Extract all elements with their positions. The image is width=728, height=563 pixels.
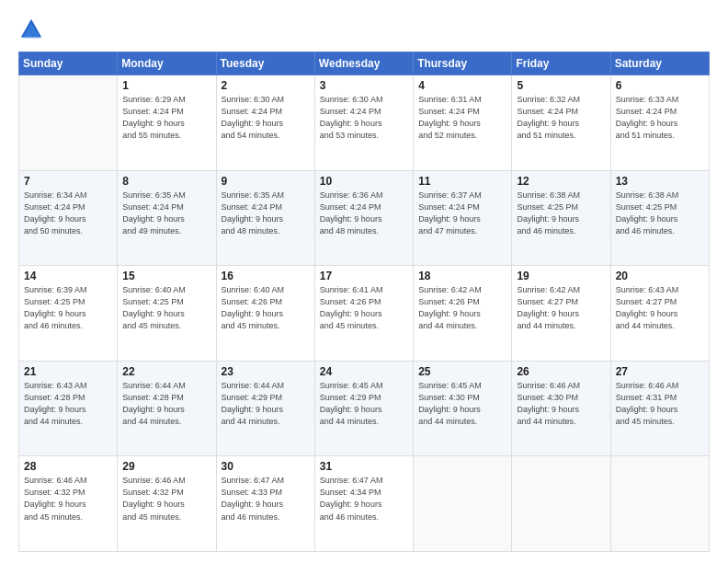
day-number: 16 bbox=[222, 270, 310, 282]
day-info: Sunrise: 6:35 AMSunset: 4:24 PMDaylight:… bbox=[222, 190, 310, 237]
day-header-monday: Monday bbox=[118, 52, 216, 75]
calendar-cell: 9Sunrise: 6:35 AMSunset: 4:24 PMDaylight… bbox=[216, 170, 314, 266]
day-info: Sunrise: 6:46 AMSunset: 4:32 PMDaylight:… bbox=[24, 475, 112, 523]
calendar-cell: 18Sunrise: 6:42 AMSunset: 4:26 PMDayligh… bbox=[414, 266, 512, 362]
day-info: Sunrise: 6:46 AMSunset: 4:31 PMDaylight:… bbox=[616, 380, 704, 428]
calendar-cell: 15Sunrise: 6:40 AMSunset: 4:25 PMDayligh… bbox=[118, 266, 216, 362]
calendar-cell: 27Sunrise: 6:46 AMSunset: 4:31 PMDayligh… bbox=[610, 361, 709, 456]
calendar-cell: 30Sunrise: 6:47 AMSunset: 4:33 PMDayligh… bbox=[216, 456, 314, 552]
calendar-cell: 10Sunrise: 6:36 AMSunset: 4:24 PMDayligh… bbox=[314, 170, 413, 266]
day-header-friday: Friday bbox=[512, 52, 610, 75]
day-number: 3 bbox=[320, 79, 408, 92]
day-number: 19 bbox=[517, 270, 605, 282]
calendar-cell bbox=[19, 75, 118, 171]
day-info: Sunrise: 6:35 AMSunset: 4:24 PMDaylight:… bbox=[122, 190, 210, 237]
calendar-cell bbox=[512, 456, 610, 552]
day-number: 12 bbox=[517, 175, 605, 188]
calendar-cell: 22Sunrise: 6:44 AMSunset: 4:28 PMDayligh… bbox=[118, 361, 216, 456]
calendar-cell: 7Sunrise: 6:34 AMSunset: 4:24 PMDaylight… bbox=[19, 170, 118, 266]
day-info: Sunrise: 6:32 AMSunset: 4:24 PMDaylight:… bbox=[517, 94, 605, 142]
day-info: Sunrise: 6:39 AMSunset: 4:25 PMDaylight:… bbox=[24, 284, 112, 332]
day-number: 17 bbox=[320, 270, 408, 282]
day-header-wednesday: Wednesday bbox=[314, 52, 413, 75]
calendar-cell: 1Sunrise: 6:29 AMSunset: 4:24 PMDaylight… bbox=[118, 75, 216, 171]
day-info: Sunrise: 6:31 AMSunset: 4:24 PMDaylight:… bbox=[418, 94, 506, 142]
calendar-cell: 12Sunrise: 6:38 AMSunset: 4:25 PMDayligh… bbox=[512, 170, 610, 266]
calendar-cell: 17Sunrise: 6:41 AMSunset: 4:26 PMDayligh… bbox=[314, 266, 413, 362]
day-number: 25 bbox=[418, 365, 506, 378]
day-info: Sunrise: 6:30 AMSunset: 4:24 PMDaylight:… bbox=[222, 94, 310, 142]
day-number: 22 bbox=[122, 365, 210, 378]
calendar-cell: 25Sunrise: 6:45 AMSunset: 4:30 PMDayligh… bbox=[414, 361, 512, 456]
calendar-week-row: 14Sunrise: 6:39 AMSunset: 4:25 PMDayligh… bbox=[19, 266, 710, 362]
calendar-cell: 5Sunrise: 6:32 AMSunset: 4:24 PMDaylight… bbox=[512, 75, 610, 171]
calendar-cell: 13Sunrise: 6:38 AMSunset: 4:25 PMDayligh… bbox=[610, 170, 709, 266]
day-number: 31 bbox=[320, 460, 408, 473]
calendar-cell: 31Sunrise: 6:47 AMSunset: 4:34 PMDayligh… bbox=[314, 456, 413, 552]
header bbox=[18, 17, 710, 42]
calendar-cell: 2Sunrise: 6:30 AMSunset: 4:24 PMDaylight… bbox=[216, 75, 314, 171]
calendar-cell: 19Sunrise: 6:42 AMSunset: 4:27 PMDayligh… bbox=[512, 266, 610, 362]
day-number: 18 bbox=[418, 270, 506, 282]
day-info: Sunrise: 6:46 AMSunset: 4:30 PMDaylight:… bbox=[517, 380, 605, 428]
calendar-cell: 8Sunrise: 6:35 AMSunset: 4:24 PMDaylight… bbox=[118, 170, 216, 266]
day-header-thursday: Thursday bbox=[414, 52, 512, 75]
logo bbox=[18, 17, 48, 42]
day-info: Sunrise: 6:43 AMSunset: 4:28 PMDaylight:… bbox=[24, 380, 112, 428]
day-header-saturday: Saturday bbox=[610, 52, 709, 75]
day-info: Sunrise: 6:42 AMSunset: 4:27 PMDaylight:… bbox=[517, 284, 605, 332]
day-info: Sunrise: 6:47 AMSunset: 4:34 PMDaylight:… bbox=[320, 475, 408, 523]
day-number: 15 bbox=[122, 270, 210, 282]
day-info: Sunrise: 6:38 AMSunset: 4:25 PMDaylight:… bbox=[517, 190, 605, 237]
day-header-sunday: Sunday bbox=[19, 52, 118, 75]
day-info: Sunrise: 6:40 AMSunset: 4:26 PMDaylight:… bbox=[222, 284, 310, 332]
day-header-tuesday: Tuesday bbox=[216, 52, 314, 75]
day-info: Sunrise: 6:38 AMSunset: 4:25 PMDaylight:… bbox=[616, 190, 704, 237]
day-info: Sunrise: 6:33 AMSunset: 4:24 PMDaylight:… bbox=[616, 94, 704, 142]
calendar-cell: 29Sunrise: 6:46 AMSunset: 4:32 PMDayligh… bbox=[118, 456, 216, 552]
calendar-week-row: 7Sunrise: 6:34 AMSunset: 4:24 PMDaylight… bbox=[19, 170, 710, 266]
day-info: Sunrise: 6:45 AMSunset: 4:30 PMDaylight:… bbox=[418, 380, 506, 428]
day-number: 21 bbox=[24, 365, 112, 378]
calendar-week-row: 21Sunrise: 6:43 AMSunset: 4:28 PMDayligh… bbox=[19, 361, 710, 456]
day-info: Sunrise: 6:36 AMSunset: 4:24 PMDaylight:… bbox=[320, 190, 408, 237]
calendar-cell: 11Sunrise: 6:37 AMSunset: 4:24 PMDayligh… bbox=[414, 170, 512, 266]
day-info: Sunrise: 6:34 AMSunset: 4:24 PMDaylight:… bbox=[24, 190, 112, 237]
calendar-cell: 3Sunrise: 6:30 AMSunset: 4:24 PMDaylight… bbox=[314, 75, 413, 171]
day-number: 5 bbox=[517, 79, 605, 92]
day-number: 28 bbox=[24, 460, 112, 473]
day-info: Sunrise: 6:29 AMSunset: 4:24 PMDaylight:… bbox=[122, 94, 210, 142]
day-info: Sunrise: 6:47 AMSunset: 4:33 PMDaylight:… bbox=[222, 475, 310, 523]
day-number: 30 bbox=[222, 460, 310, 473]
calendar-cell: 14Sunrise: 6:39 AMSunset: 4:25 PMDayligh… bbox=[19, 266, 118, 362]
calendar-cell: 16Sunrise: 6:40 AMSunset: 4:26 PMDayligh… bbox=[216, 266, 314, 362]
calendar-header-row: SundayMondayTuesdayWednesdayThursdayFrid… bbox=[19, 52, 710, 75]
calendar-table: SundayMondayTuesdayWednesdayThursdayFrid… bbox=[18, 52, 710, 552]
day-number: 4 bbox=[418, 79, 506, 92]
day-number: 7 bbox=[24, 175, 112, 188]
day-number: 2 bbox=[222, 79, 310, 92]
calendar-cell: 6Sunrise: 6:33 AMSunset: 4:24 PMDaylight… bbox=[610, 75, 709, 171]
day-number: 6 bbox=[616, 79, 704, 92]
day-number: 29 bbox=[122, 460, 210, 473]
day-number: 26 bbox=[517, 365, 605, 378]
day-number: 27 bbox=[616, 365, 704, 378]
logo-icon bbox=[18, 17, 44, 42]
day-info: Sunrise: 6:41 AMSunset: 4:26 PMDaylight:… bbox=[320, 284, 408, 332]
day-number: 9 bbox=[222, 175, 310, 188]
calendar-cell bbox=[610, 456, 709, 552]
day-number: 11 bbox=[418, 175, 506, 188]
day-info: Sunrise: 6:46 AMSunset: 4:32 PMDaylight:… bbox=[122, 475, 210, 523]
calendar-cell: 21Sunrise: 6:43 AMSunset: 4:28 PMDayligh… bbox=[19, 361, 118, 456]
day-info: Sunrise: 6:42 AMSunset: 4:26 PMDaylight:… bbox=[418, 284, 506, 332]
calendar-cell: 23Sunrise: 6:44 AMSunset: 4:29 PMDayligh… bbox=[216, 361, 314, 456]
day-number: 23 bbox=[222, 365, 310, 378]
day-number: 24 bbox=[320, 365, 408, 378]
day-number: 14 bbox=[24, 270, 112, 282]
calendar-cell: 4Sunrise: 6:31 AMSunset: 4:24 PMDaylight… bbox=[414, 75, 512, 171]
calendar-cell bbox=[414, 456, 512, 552]
calendar-week-row: 28Sunrise: 6:46 AMSunset: 4:32 PMDayligh… bbox=[19, 456, 710, 552]
day-info: Sunrise: 6:43 AMSunset: 4:27 PMDaylight:… bbox=[616, 284, 704, 332]
day-info: Sunrise: 6:40 AMSunset: 4:25 PMDaylight:… bbox=[122, 284, 210, 332]
day-number: 1 bbox=[122, 79, 210, 92]
